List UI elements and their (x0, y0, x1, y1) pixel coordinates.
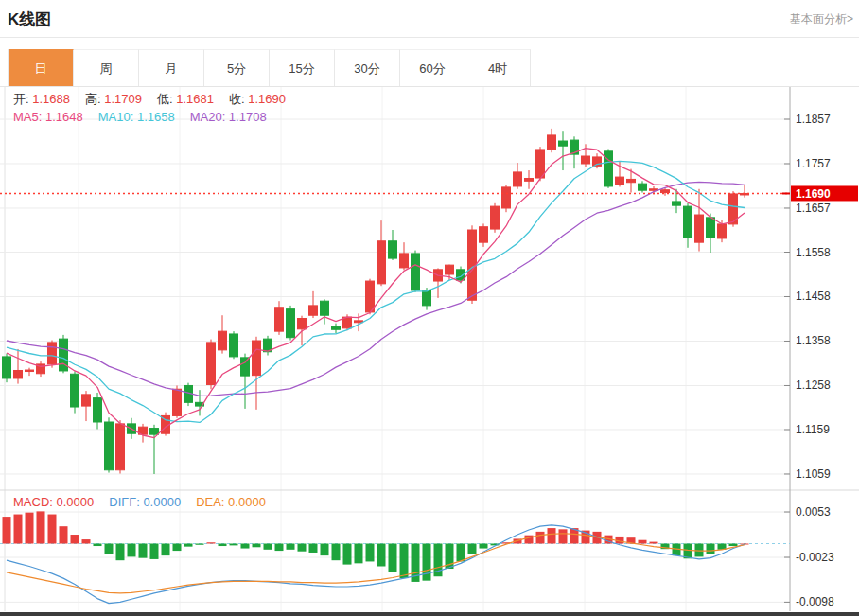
readout-item: 低: 1.1681 (157, 92, 214, 106)
readout-item: DEA: 0.0000 (196, 495, 266, 509)
candle-body (480, 227, 488, 242)
candle-body (661, 190, 670, 193)
header: K线图 基本面分析> (0, 0, 859, 38)
macd-histogram-bar (196, 544, 204, 545)
readout-item: 高: 1.1709 (85, 92, 142, 106)
candle-body (48, 343, 57, 364)
kline-chart-app: K线图 基本面分析> 日周月5分15分30分60分4时 开: 1.1688高: … (0, 0, 859, 616)
macd-histogram-bar (82, 539, 91, 543)
macd-histogram-bar (71, 535, 79, 543)
readout-item: MACD: 0.0000 (13, 495, 94, 509)
candle-body (309, 306, 318, 315)
price-axis-label: 1.1159 (796, 423, 830, 436)
macd-histogram-bar (355, 544, 363, 564)
macd-histogram-bar (275, 544, 284, 552)
price-axis-label: 1.1857 (796, 113, 831, 126)
macd-histogram-bar (389, 544, 397, 572)
macd-histogram-bar (321, 544, 329, 556)
macd-histogram-bar (287, 544, 295, 550)
candle-body (241, 358, 250, 376)
candle-body (3, 357, 11, 378)
macd-axis-label: -0.0098 (796, 595, 834, 608)
page-title: K线图 (8, 9, 51, 30)
candle-body (377, 241, 386, 284)
tab-interval-4[interactable]: 15分 (270, 49, 335, 86)
candle-body (582, 156, 590, 164)
candle-body (219, 331, 227, 350)
candle-body (525, 178, 534, 181)
candle-body (94, 398, 102, 422)
candle-body (287, 309, 295, 338)
readout-item: MA20: 1.1708 (190, 110, 267, 124)
candlestick-chart[interactable]: 1.18571.17571.16571.15581.14581.13581.12… (0, 87, 859, 612)
bottom-edge-strip (0, 612, 859, 616)
ma20-line (7, 182, 745, 396)
macd-histogram-bar (729, 544, 738, 547)
candle-body (695, 215, 704, 242)
macd-histogram-bar (184, 544, 193, 547)
macd-histogram-bar (707, 544, 715, 554)
macd-histogram-bar (536, 532, 545, 544)
macd-histogram-bar (468, 544, 477, 554)
candle-body (253, 341, 261, 376)
macd-histogram-bar (173, 544, 182, 552)
tab-interval-2[interactable]: 月 (139, 49, 204, 86)
macd-histogram-bar (139, 544, 148, 558)
candle-body (389, 241, 397, 258)
tab-interval-7[interactable]: 4时 (465, 49, 531, 86)
tab-interval-6[interactable]: 60分 (400, 49, 465, 86)
macd-histogram-bar (162, 544, 170, 556)
candle-body (71, 374, 79, 407)
macd-histogram-bar (219, 544, 227, 547)
candle-body (26, 370, 34, 372)
macd-histogram-bar (559, 529, 568, 543)
ohlc-readout: 开: 1.1688高: 1.1709低: 1.1681收: 1.1690 (13, 91, 301, 108)
macd-histogram-bar (60, 526, 68, 543)
readout-item: 开: 1.1688 (13, 92, 70, 106)
candle-body (707, 218, 715, 238)
candle-body (412, 254, 420, 290)
candle-body (150, 429, 159, 435)
macd-histogram-bar (343, 544, 352, 565)
macd-histogram-bar (105, 544, 114, 554)
tab-interval-5[interactable]: 30分 (335, 49, 400, 86)
candle-body (275, 308, 284, 331)
candle-body (502, 187, 511, 208)
macd-histogram-bar (3, 517, 11, 543)
readout-item: MA10: 1.1658 (98, 110, 175, 124)
candle-body (639, 184, 647, 190)
candle-body (559, 141, 568, 146)
macd-histogram-bar (241, 544, 250, 549)
macd-histogram-bar (14, 515, 23, 544)
candle-body (536, 150, 545, 178)
macd-histogram-bar (332, 544, 341, 561)
ma10-line (7, 161, 745, 422)
candle-body (116, 424, 125, 470)
price-axis-label: 1.1358 (796, 334, 831, 347)
macd-histogram-bar (150, 544, 159, 559)
macd-histogram-bar (639, 540, 647, 544)
candle-body (423, 290, 431, 306)
price-axis-label: 1.1757 (796, 157, 831, 170)
macd-histogram-bar (400, 544, 409, 579)
candle-body (514, 172, 522, 186)
macd-histogram-bar (423, 544, 431, 581)
candle-body (298, 319, 307, 329)
macd-histogram-bar (366, 544, 375, 562)
macd-histogram-bar (298, 544, 307, 552)
interval-tabbar: 日周月5分15分30分60分4时 (8, 49, 531, 86)
fundamental-analysis-link[interactable]: 基本面分析> (790, 11, 853, 27)
candle-body (82, 395, 91, 406)
tab-interval-3[interactable]: 5分 (204, 49, 270, 86)
candle-body (230, 334, 238, 357)
macd-histogram-bar (457, 544, 465, 562)
macd-axis-label: 0.0053 (796, 505, 831, 519)
tab-interval-1[interactable]: 周 (74, 49, 139, 86)
candle-body (616, 177, 624, 185)
current-price-tag-label: 1.1690 (796, 187, 831, 201)
candle-body (684, 206, 692, 238)
tab-interval-0[interactable]: 日 (9, 49, 74, 86)
candle-body (332, 326, 341, 329)
macd-histogram-bar (128, 544, 136, 557)
macd-histogram-bar (94, 544, 102, 547)
